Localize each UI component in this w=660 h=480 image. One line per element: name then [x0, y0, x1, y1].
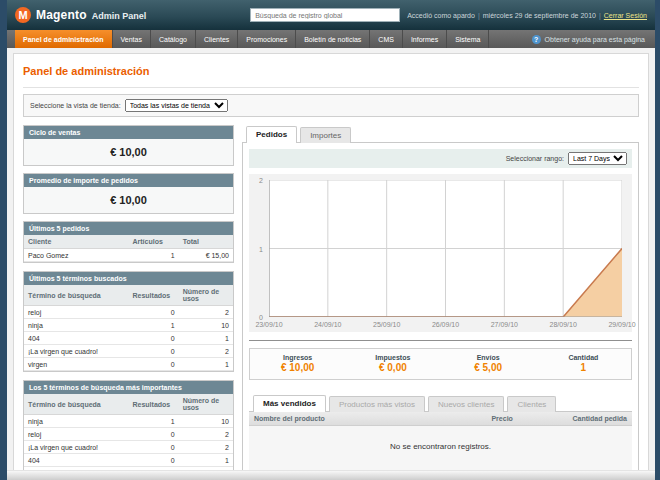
last-orders-table: Cliente Artículos Total Paco Gomez1€ 15,… [24, 235, 233, 262]
total-value: € 10,00 [250, 362, 345, 373]
total-value: € 5,00 [441, 362, 536, 373]
page-head: Panel de administración [14, 54, 648, 83]
stat-box-title: Ciclo de ventas [24, 126, 233, 139]
totals-bar: Ingresos € 10,00 Impuestos € 0,00 Envíos… [249, 348, 632, 380]
global-search-input[interactable] [250, 8, 400, 22]
table-cell: 1 [129, 249, 179, 262]
table-cell: 404 [24, 332, 129, 345]
table-row[interactable]: virgen01 [24, 358, 233, 371]
separator: | [599, 12, 601, 19]
section-title: Últimos 5 pedidos [24, 222, 233, 235]
last-orders-section: Últimos 5 pedidos Cliente Artículos Tota… [23, 221, 234, 263]
nav-item-cms[interactable]: CMS [370, 30, 403, 48]
brand-title: Magento [36, 8, 87, 22]
table-row[interactable]: ¡La virgen que cuadro!02 [24, 441, 233, 454]
table-cell: 0 [129, 454, 179, 467]
x-tick-label: 25/09/10 [373, 321, 400, 328]
divider [23, 87, 639, 88]
bottom-bar [7, 470, 655, 480]
chart-y-axis: 012 [249, 180, 267, 317]
table-header-row: Nombre del producto Precio Cantidad pedi… [249, 412, 632, 426]
table-cell: ¡La virgen que cuadro! [24, 441, 129, 454]
y-tick-label: 0 [259, 314, 263, 321]
nav-item-dashboard[interactable]: Panel de administración [15, 30, 113, 48]
column-header: Resultados [129, 285, 179, 306]
y-tick-label: 1 [259, 245, 263, 252]
tab-pedidos[interactable]: Pedidos [246, 126, 297, 143]
store-view-bar: Seleccione la vista de tienda: Todas las… [23, 94, 639, 117]
x-tick-label: 28/09/10 [550, 321, 577, 328]
table-row[interactable]: reloj02 [24, 428, 233, 441]
chart-panel: Seleccionar rango: Last 7 Days 012 23/09… [242, 143, 639, 478]
tab-productos-mas-vistos[interactable]: Productos más vistos [329, 396, 425, 412]
column-header: Resultados [129, 394, 179, 415]
column-header: Total [179, 235, 233, 249]
table-row[interactable]: ¡La virgen que cuadro!02 [24, 345, 233, 358]
table-header-row: Cliente Artículos Total [24, 235, 233, 249]
total-label: Envíos [441, 354, 536, 361]
logout-link[interactable]: Cerrar Sesión [604, 12, 647, 19]
table-header-row: Término de búsqueda Resultados Número de… [24, 394, 233, 415]
store-view-select[interactable]: Todas las vistas de tienda [125, 99, 228, 112]
current-date: miércoles 29 de septiembre de 2010 [483, 12, 596, 19]
x-tick-label: 26/09/10 [432, 321, 459, 328]
average-order-box: Promedio de importe de pedidos € 10,00 [23, 173, 234, 214]
session-info: Accedió como apardo|miércoles 29 de sept… [407, 12, 647, 19]
range-bar: Seleccionar rango: Last 7 Days [249, 149, 632, 168]
table-cell: ¡La virgen que cuadro! [24, 345, 129, 358]
table-cell: Paco Gomez [24, 249, 129, 262]
table-row[interactable]: 40401 [24, 454, 233, 467]
nav-item-ventas[interactable]: Ventas [113, 30, 151, 48]
empty-records-message: No se encontraron registros. [249, 426, 632, 471]
content-card: Panel de administración Seleccione la vi… [13, 53, 649, 480]
table-row[interactable]: ninja110 [24, 415, 233, 428]
table-row[interactable]: 40401 [24, 332, 233, 345]
total-label: Impuestos [345, 354, 440, 361]
nav-item-informes[interactable]: Informes [403, 30, 447, 48]
stat-box-value: € 10,00 [24, 139, 233, 165]
store-view-label: Seleccione la vista de tienda: [30, 102, 121, 109]
table-cell: 404 [24, 454, 129, 467]
table-row[interactable]: reloj02 [24, 306, 233, 319]
table-cell: 0 [129, 358, 179, 371]
chart-x-axis: 23/09/1024/09/1025/09/1026/09/1027/09/10… [269, 321, 622, 330]
table-cell: 1 [179, 358, 233, 371]
tab-importes[interactable]: Importes [300, 127, 351, 143]
table-row[interactable]: Paco Gomez1€ 15,00 [24, 249, 233, 262]
x-tick-label: 23/09/10 [255, 321, 282, 328]
last-search-terms-table: Término de búsqueda Resultados Número de… [24, 285, 233, 371]
table-row[interactable]: ninja110 [24, 319, 233, 332]
total-ingresos: Ingresos € 10,00 [250, 354, 345, 373]
column-header: Número de usos [179, 285, 233, 306]
nav-item-catalogo[interactable]: Catálogo [151, 30, 196, 48]
help-icon: ? [532, 35, 541, 44]
table-cell: 10 [179, 415, 233, 428]
section-title: Últimos 5 términos buscados [24, 272, 233, 285]
help-label: Obtener ayuda para esta página [545, 36, 645, 43]
range-label: Seleccionar rango: [506, 155, 564, 162]
table-cell: 0 [129, 306, 179, 319]
nav-item-sistema[interactable]: Sistema [447, 30, 489, 48]
top-search-terms-section: Los 5 términos de búsqueda más important… [23, 380, 234, 480]
total-value: 1 [536, 362, 631, 373]
tab-mas-vendidos[interactable]: Más vendidos [253, 395, 326, 412]
table-cell: virgen [24, 358, 129, 371]
top-search-terms-table: Término de búsqueda Resultados Número de… [24, 394, 233, 480]
y-tick-label: 2 [259, 177, 263, 184]
help-link[interactable]: ? Obtener ayuda para esta página [532, 30, 655, 48]
table-cell: 2 [179, 441, 233, 454]
table-cell: 10 [179, 319, 233, 332]
admin-header: M Magento Admin Panel Accedió como apard… [7, 0, 655, 30]
nav-item-clientes[interactable]: Clientes [196, 30, 238, 48]
table-cell: 2 [179, 306, 233, 319]
column-header: Cantidad pedida [563, 412, 632, 426]
nav-item-boletin[interactable]: Boletín de noticias [296, 30, 370, 48]
total-envios: Envíos € 5,00 [441, 354, 536, 373]
tab-nuevos-clientes[interactable]: Nuevos clientes [428, 396, 504, 412]
table-cell: 1 [129, 319, 179, 332]
nav-item-promociones[interactable]: Promociones [238, 30, 296, 48]
section-title: Los 5 términos de búsqueda más important… [24, 381, 233, 394]
tab-clientes[interactable]: Clientes [507, 396, 556, 412]
range-select[interactable]: Last 7 Days [568, 152, 627, 165]
table-cell: ninja [24, 415, 129, 428]
